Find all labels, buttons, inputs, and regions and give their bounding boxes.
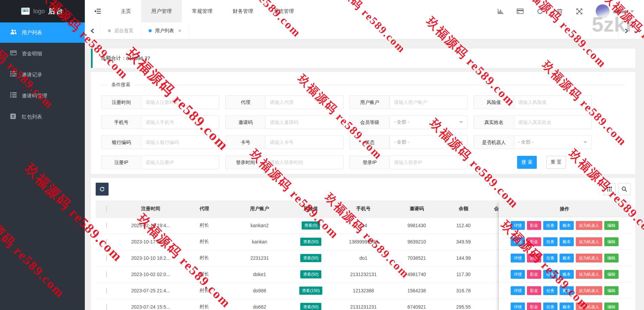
sidebar-item-用户列表[interactable]: 用户列表 xyxy=(0,22,85,43)
task-button[interactable]: 任务 xyxy=(543,270,557,279)
bonus-button[interactable]: 彩金 xyxy=(527,270,541,279)
view-risk-button[interactable]: 查看(150) xyxy=(299,287,322,295)
row-checkbox[interactable] xyxy=(106,222,107,229)
search-table-button[interactable] xyxy=(618,183,630,195)
nav-item-常规管理[interactable]: 常规管理 xyxy=(182,0,223,22)
input-银行编码[interactable] xyxy=(141,135,219,149)
task-button[interactable]: 任务 xyxy=(543,221,557,230)
input-注册IP[interactable] xyxy=(141,156,219,169)
input-风险值[interactable] xyxy=(514,95,592,109)
tabs-scroll-left-button[interactable] xyxy=(85,22,100,39)
detail-button[interactable]: 详情 xyxy=(511,237,525,246)
sidebar-collapse-button[interactable] xyxy=(85,0,111,22)
refresh-icon[interactable] xyxy=(536,8,543,15)
input-登录IP[interactable] xyxy=(390,156,468,169)
input-代理[interactable] xyxy=(265,95,343,109)
tab-dot-icon xyxy=(149,29,152,32)
search-form-row: 手机号邀请码会员等级- 全部 -真实姓名 xyxy=(101,115,625,129)
task-button[interactable]: 任务 xyxy=(543,237,557,246)
row-actions: 详情彩金任务账本设为机器人编辑 xyxy=(499,250,630,266)
view-risk-button[interactable]: 查看(0) xyxy=(302,221,320,230)
row-checkbox[interactable] xyxy=(106,239,107,245)
set-robot-button[interactable]: 设为机器人 xyxy=(576,270,602,279)
view-risk-button[interactable]: 查看(50) xyxy=(300,303,321,310)
input-邀请码[interactable] xyxy=(265,115,343,129)
search-button[interactable]: 搜 索 xyxy=(517,156,537,169)
tab-后台首页[interactable]: 后台首页 xyxy=(100,22,141,39)
task-button[interactable]: 任务 xyxy=(543,286,557,295)
nav-item-用户管理[interactable]: 用户管理 xyxy=(141,0,182,22)
edit-button[interactable]: 编辑 xyxy=(604,254,619,262)
edit-button[interactable]: 编辑 xyxy=(604,303,619,310)
row-actions: 详情彩金任务账本设为机器人编辑 xyxy=(499,217,630,234)
ledger-button[interactable]: 账本 xyxy=(560,270,574,279)
input-手机号[interactable] xyxy=(141,115,219,129)
fullscreen-icon[interactable] xyxy=(576,8,583,15)
select-会员等级[interactable]: - 全部 - xyxy=(390,115,468,129)
input-登录时间[interactable] xyxy=(265,156,343,169)
input-真实姓名[interactable] xyxy=(514,115,592,129)
select-状态[interactable]: - 全部 - xyxy=(390,135,468,149)
set-robot-button[interactable]: 设为机器人 xyxy=(576,254,602,262)
tab-用户列表[interactable]: 用户列表× xyxy=(141,22,189,39)
bonus-button[interactable]: 彩金 xyxy=(527,286,541,295)
task-button[interactable]: 任务 xyxy=(543,303,557,310)
view-risk-button[interactable]: 查看(50) xyxy=(300,270,321,278)
field-label: 卡号 xyxy=(225,135,265,149)
edit-button[interactable]: 编辑 xyxy=(604,221,619,230)
input-卡号[interactable] xyxy=(265,135,343,149)
bonus-button[interactable]: 彩金 xyxy=(527,221,541,230)
card-icon xyxy=(10,50,17,57)
select-是否机器人[interactable]: - 全部 - xyxy=(514,135,592,149)
view-risk-button[interactable]: 查看(50) xyxy=(300,254,321,262)
row-checkbox[interactable] xyxy=(106,288,107,294)
detail-button[interactable]: 详情 xyxy=(511,270,525,279)
row-checkbox[interactable] xyxy=(106,271,107,277)
bonus-button[interactable]: 彩金 xyxy=(527,303,541,310)
ledger-button[interactable]: 账本 xyxy=(560,221,574,230)
chart-icon[interactable] xyxy=(497,8,504,15)
refresh-table-button[interactable] xyxy=(96,183,109,196)
close-tab-icon[interactable]: × xyxy=(178,28,181,34)
select-all-checkbox[interactable] xyxy=(106,206,107,212)
detail-button[interactable]: 详情 xyxy=(511,221,525,230)
ledger-button[interactable]: 账本 xyxy=(560,286,574,295)
nav-item-财务管理[interactable]: 财务管理 xyxy=(223,0,263,22)
set-robot-button[interactable]: 设为机器人 xyxy=(576,237,602,246)
sidebar-item-红包列表[interactable]: 红包列表 xyxy=(0,107,85,127)
ledger-button[interactable]: 账本 xyxy=(560,237,574,246)
sidebar-item-邀请码管理[interactable]: 邀请码管理 xyxy=(0,86,85,106)
ledger-button[interactable]: 账本 xyxy=(560,303,574,310)
column-header-注册时间: 注册时间 xyxy=(117,200,184,217)
detail-button[interactable]: 详情 xyxy=(511,303,525,310)
task-button[interactable]: 任务 xyxy=(543,254,557,262)
sidebar-item-资金明细[interactable]: 资金明细 xyxy=(0,43,85,64)
input-注册时间[interactable] xyxy=(141,95,219,109)
row-checkbox[interactable] xyxy=(106,304,107,310)
columns-filter-button[interactable] xyxy=(603,183,615,195)
detail-button[interactable]: 详情 xyxy=(511,286,525,295)
input-用户账户[interactable] xyxy=(390,95,468,109)
set-robot-button[interactable]: 设为机器人 xyxy=(576,303,602,310)
trash-icon[interactable] xyxy=(556,8,563,15)
detail-button[interactable]: 详情 xyxy=(511,254,525,262)
nav-item-主页[interactable]: 主页 xyxy=(111,0,141,22)
ledger-button[interactable]: 账本 xyxy=(560,254,574,262)
edit-button[interactable]: 编辑 xyxy=(604,286,619,295)
edit-button[interactable]: 编辑 xyxy=(604,270,619,279)
view-risk-button[interactable]: 查看(50) xyxy=(300,238,321,246)
user-menu[interactable]: admin xyxy=(595,4,634,18)
sidebar-item-邀请记录[interactable]: 邀请记录 xyxy=(0,65,85,85)
tabs-scroll-right-button[interactable] xyxy=(618,22,634,39)
card-icon[interactable] xyxy=(517,8,524,15)
set-robot-button[interactable]: 设为机器人 xyxy=(576,286,602,295)
set-robot-button[interactable]: 设为机器人 xyxy=(576,221,602,230)
edit-button[interactable]: 编辑 xyxy=(604,237,619,246)
cell-invite-code: 4981740 xyxy=(400,266,434,282)
row-checkbox[interactable] xyxy=(106,255,107,261)
bonus-button[interactable]: 彩金 xyxy=(527,237,541,246)
bonus-button[interactable]: 彩金 xyxy=(527,254,541,262)
tabs-menu-button[interactable] xyxy=(634,22,644,39)
nav-item-系统管理[interactable]: 系统管理 xyxy=(263,0,304,22)
reset-button[interactable]: 重 置 xyxy=(546,156,566,169)
